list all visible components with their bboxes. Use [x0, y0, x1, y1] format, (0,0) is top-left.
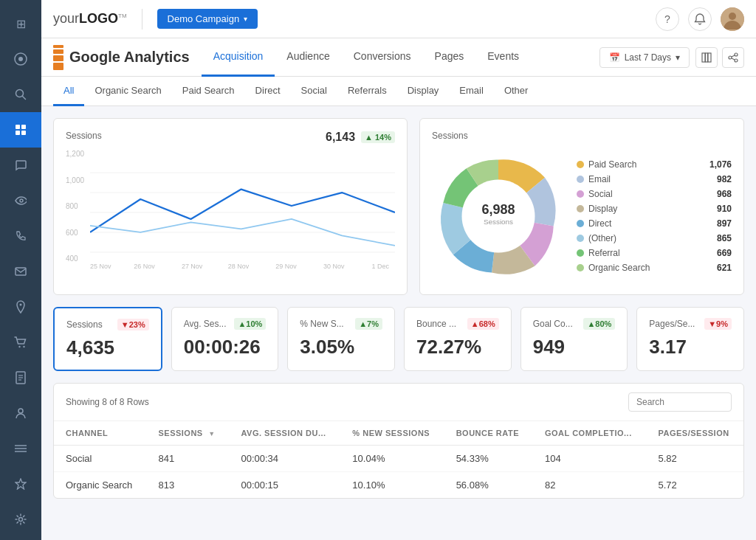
svg-point-24 — [729, 13, 736, 20]
svg-rect-7 — [21, 131, 26, 135]
sidebar-item-mail[interactable] — [0, 254, 41, 289]
metric-new-sessions[interactable]: % New S... ▲7% 3.05% — [287, 307, 395, 371]
table-search-input[interactable] — [628, 392, 732, 412]
sidebar-item-phone[interactable] — [0, 218, 41, 254]
svg-point-8 — [20, 199, 23, 202]
col-sessions[interactable]: SESSIONS ▼ — [146, 421, 229, 446]
sidebar-item-user[interactable] — [0, 395, 41, 431]
metric-pages-session-name: Pages/Se... — [649, 319, 695, 329]
subnav-item-acquisition[interactable]: Acquisition — [202, 38, 275, 77]
campaign-button[interactable]: Demo Campaign ▾ — [157, 9, 258, 29]
svg-text:28 Nov: 28 Nov — [228, 263, 250, 270]
cell-pages-session: 5.82 — [647, 446, 743, 472]
data-table-card: Showing 8 of 8 Rows CHANNEL SESSIONS ▼ A… — [53, 383, 744, 499]
bar4 — [53, 63, 63, 70]
col-new-sessions: % NEW SESSIONS — [340, 421, 444, 446]
user-avatar[interactable] — [721, 7, 744, 31]
col-bounce-rate: BOUNCE RATE — [444, 421, 533, 446]
tab-organic-search[interactable]: Organic Search — [84, 77, 171, 106]
subnav-item-audience[interactable]: Audience — [275, 38, 341, 77]
metric-pages-session-value: 3.17 — [649, 336, 732, 359]
sidebar-item-settings[interactable] — [0, 502, 41, 537]
svg-rect-9 — [16, 268, 26, 275]
sidebar-item-chat[interactable] — [0, 148, 41, 183]
metric-avg-session-header: Avg. Ses... ▲10% — [184, 318, 267, 330]
donut-chart-card: Sessions — [419, 118, 744, 295]
col-channel: CHANNEL — [54, 421, 146, 446]
logo-bold: LOGO — [79, 11, 118, 26]
svg-point-30 — [729, 56, 732, 59]
help-button[interactable]: ? — [656, 7, 679, 31]
share-button[interactable] — [722, 47, 744, 68]
cell-new-sessions: 10.04% — [340, 446, 444, 472]
metric-goal-completions-value: 949 — [533, 336, 616, 359]
metric-new-sessions-header: % New S... ▲7% — [300, 318, 382, 330]
tab-email[interactable]: Email — [449, 77, 494, 106]
data-table: CHANNEL SESSIONS ▼ AVG. SESSION DU... % … — [54, 421, 743, 498]
sidebar-item-analytics[interactable] — [0, 41, 41, 77]
tab-paid-search[interactable]: Paid Search — [172, 77, 245, 106]
cell-goal-completions: 104 — [533, 446, 647, 472]
metric-avg-session[interactable]: Avg. Ses... ▲10% 00:00:26 — [171, 307, 279, 371]
metric-bounce-rate[interactable]: Bounce ... ▲68% 72.27% — [404, 307, 512, 371]
cell-goal-completions: 82 — [533, 472, 647, 499]
columns-view-button[interactable] — [695, 47, 718, 68]
tab-display[interactable]: Display — [397, 77, 450, 106]
cell-avg-session: 00:00:15 — [229, 472, 340, 499]
sidebar-item-home[interactable]: ⊞ — [0, 6, 41, 41]
table-row: Social 841 00:00:34 10.04% 54.33% 104 5.… — [54, 446, 743, 472]
ga-bar-icon — [53, 45, 63, 70]
svg-text:26 Nov: 26 Nov — [134, 263, 155, 270]
y-axis-labels: 1,200 1,000 800 600 400 — [66, 150, 87, 277]
svg-point-28 — [735, 53, 738, 56]
metric-sessions-badge: ▼23% — [117, 319, 149, 330]
line-chart-badge: ▲ 14% — [361, 131, 395, 143]
donut-chart-title: Sessions — [432, 131, 468, 141]
bar3 — [53, 55, 63, 61]
tab-social[interactable]: Social — [291, 77, 337, 106]
sidebar-item-plugin[interactable] — [0, 466, 41, 502]
svg-text:Sessions: Sessions — [484, 218, 513, 226]
sidebar-item-report[interactable] — [0, 360, 41, 395]
line-chart-svg: 25 Nov 26 Nov 27 Nov 28 Nov 29 Nov 30 No… — [90, 150, 395, 275]
tab-all[interactable]: All — [53, 77, 84, 106]
sidebar-item-location[interactable] — [0, 289, 41, 325]
date-chevron: ▾ — [676, 52, 680, 63]
sidebar-item-search[interactable] — [0, 77, 41, 112]
legend-dot-organic-search — [577, 264, 584, 271]
subnav-item-pages[interactable]: Pages — [423, 38, 476, 77]
metric-goal-completions-name: Goal Co... — [533, 319, 573, 329]
svg-rect-25 — [702, 53, 705, 62]
tabbar: All Organic Search Paid Search Direct So… — [41, 77, 756, 106]
notification-button[interactable] — [688, 7, 712, 31]
metric-pages-session-badge: ▼9% — [704, 318, 732, 330]
subnav-item-events[interactable]: Events — [475, 38, 531, 77]
metric-pages-session[interactable]: Pages/Se... ▼9% 3.17 — [636, 307, 744, 371]
svg-rect-27 — [708, 53, 711, 62]
sidebar-item-eye[interactable] — [0, 183, 41, 218]
svg-line-32 — [732, 58, 735, 60]
sidebar: ⊞ — [0, 0, 41, 540]
tab-direct[interactable]: Direct — [245, 77, 291, 106]
svg-point-12 — [23, 346, 24, 347]
sidebar-item-list[interactable] — [0, 431, 41, 466]
table-info: Showing 8 of 8 Rows — [66, 397, 149, 407]
line-chart-stat: 6,143 ▲ 14% — [326, 131, 395, 144]
legend-dot-direct — [577, 220, 584, 227]
sidebar-item-cart[interactable] — [0, 325, 41, 360]
metric-goal-completions[interactable]: Goal Co... ▲80% 949 — [520, 307, 628, 371]
sidebar-item-dashboard[interactable] — [0, 112, 41, 148]
donut-svg: 6,988 Sessions — [432, 150, 565, 283]
cell-avg-session: 00:00:34 — [229, 446, 340, 472]
legend-dot-display — [577, 205, 584, 212]
metric-sessions-name: Sessions — [66, 319, 103, 330]
metric-sessions[interactable]: Sessions ▼23% 4,635 — [53, 307, 162, 371]
tab-referrals[interactable]: Referrals — [337, 77, 397, 106]
main-content: yourLOGOTM Demo Campaign ▾ ? — [41, 0, 756, 540]
tab-other[interactable]: Other — [494, 77, 539, 106]
subnav-item-conversions[interactable]: Conversions — [342, 38, 423, 77]
legend-dot-referral — [577, 249, 584, 257]
logo: yourLOGOTM — [53, 11, 127, 27]
legend-display: Display 910 — [577, 204, 732, 214]
date-range-button[interactable]: 📅 Last 7 Days ▾ — [599, 47, 690, 68]
